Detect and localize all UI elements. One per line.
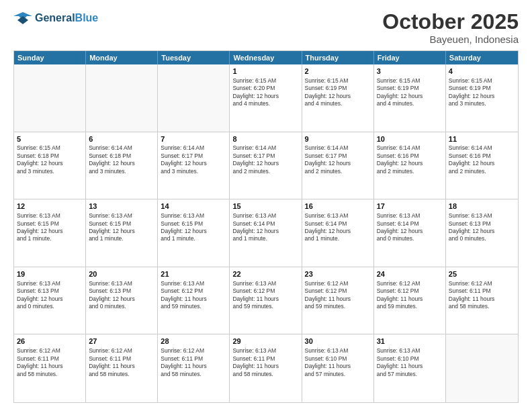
cell-info: Sunrise: 6:15 AM Sunset: 6:19 PM Dayligh… <box>377 77 443 108</box>
day-number: 19 <box>17 269 83 279</box>
calendar-cell <box>446 334 518 402</box>
calendar-cell: 30Sunrise: 6:13 AM Sunset: 6:10 PM Dayli… <box>302 334 374 402</box>
cell-info: Sunrise: 6:13 AM Sunset: 6:13 PM Dayligh… <box>89 280 154 311</box>
calendar-cell: 20Sunrise: 6:13 AM Sunset: 6:13 PM Dayli… <box>86 267 158 334</box>
day-number: 30 <box>305 336 371 347</box>
weekday-header: Wednesday <box>230 51 302 64</box>
calendar-cell: 3Sunrise: 6:15 AM Sunset: 6:19 PM Daylig… <box>374 64 446 132</box>
day-number: 1 <box>232 66 298 77</box>
calendar-header: SundayMondayTuesdayWednesdayThursdayFrid… <box>14 51 518 64</box>
cell-info: Sunrise: 6:13 AM Sunset: 6:13 PM Dayligh… <box>17 280 83 311</box>
day-number: 28 <box>161 336 226 347</box>
calendar-row: 19Sunrise: 6:13 AM Sunset: 6:13 PM Dayli… <box>14 267 518 335</box>
calendar-cell: 13Sunrise: 6:13 AM Sunset: 6:15 PM Dayli… <box>86 199 158 267</box>
day-number: 3 <box>377 66 443 77</box>
header: GeneralBlue October 2025 Bayeuen, Indone… <box>13 11 519 45</box>
page: GeneralBlue October 2025 Bayeuen, Indone… <box>0 0 532 411</box>
calendar-cell: 5Sunrise: 6:15 AM Sunset: 6:18 PM Daylig… <box>14 132 86 199</box>
day-number: 24 <box>377 269 443 279</box>
calendar-cell: 6Sunrise: 6:14 AM Sunset: 6:18 PM Daylig… <box>86 132 158 199</box>
calendar-row: 12Sunrise: 6:13 AM Sunset: 6:15 PM Dayli… <box>14 199 518 267</box>
calendar-cell: 8Sunrise: 6:14 AM Sunset: 6:17 PM Daylig… <box>230 132 302 199</box>
calendar-cell: 31Sunrise: 6:13 AM Sunset: 6:10 PM Dayli… <box>374 334 446 402</box>
calendar-cell: 7Sunrise: 6:14 AM Sunset: 6:17 PM Daylig… <box>158 132 230 199</box>
day-number: 6 <box>89 134 154 144</box>
cell-info: Sunrise: 6:13 AM Sunset: 6:14 PM Dayligh… <box>377 212 443 243</box>
day-number: 4 <box>449 66 515 77</box>
day-number: 2 <box>305 66 371 77</box>
cell-info: Sunrise: 6:15 AM Sunset: 6:19 PM Dayligh… <box>305 77 371 108</box>
cell-info: Sunrise: 6:15 AM Sunset: 6:19 PM Dayligh… <box>449 77 515 108</box>
calendar-body: 1Sunrise: 6:15 AM Sunset: 6:20 PM Daylig… <box>14 64 518 402</box>
cell-info: Sunrise: 6:13 AM Sunset: 6:12 PM Dayligh… <box>232 280 298 311</box>
day-number: 26 <box>17 336 83 347</box>
cell-info: Sunrise: 6:13 AM Sunset: 6:15 PM Dayligh… <box>161 212 226 243</box>
month-title: October 2025 <box>382 11 519 32</box>
day-number: 25 <box>449 269 515 279</box>
weekday-header: Friday <box>374 51 446 64</box>
calendar-cell: 27Sunrise: 6:12 AM Sunset: 6:11 PM Dayli… <box>86 334 158 402</box>
calendar-row: 1Sunrise: 6:15 AM Sunset: 6:20 PM Daylig… <box>14 64 518 132</box>
calendar-cell: 28Sunrise: 6:12 AM Sunset: 6:11 PM Dayli… <box>158 334 230 402</box>
calendar-cell <box>86 64 158 132</box>
calendar-cell: 12Sunrise: 6:13 AM Sunset: 6:15 PM Dayli… <box>14 199 86 267</box>
calendar-cell: 19Sunrise: 6:13 AM Sunset: 6:13 PM Dayli… <box>14 267 86 334</box>
cell-info: Sunrise: 6:12 AM Sunset: 6:12 PM Dayligh… <box>305 280 371 311</box>
calendar: SundayMondayTuesdayWednesdayThursdayFrid… <box>13 50 519 403</box>
cell-info: Sunrise: 6:12 AM Sunset: 6:11 PM Dayligh… <box>17 347 83 378</box>
title-block: October 2025 Bayeuen, Indonesia <box>382 11 519 45</box>
cell-info: Sunrise: 6:13 AM Sunset: 6:14 PM Dayligh… <box>305 212 371 243</box>
calendar-cell: 23Sunrise: 6:12 AM Sunset: 6:12 PM Dayli… <box>302 267 374 334</box>
cell-info: Sunrise: 6:13 AM Sunset: 6:14 PM Dayligh… <box>232 212 298 243</box>
day-number: 29 <box>232 336 298 347</box>
day-number: 5 <box>17 134 83 144</box>
calendar-cell: 17Sunrise: 6:13 AM Sunset: 6:14 PM Dayli… <box>374 199 446 267</box>
calendar-cell: 11Sunrise: 6:14 AM Sunset: 6:16 PM Dayli… <box>446 132 518 199</box>
cell-info: Sunrise: 6:13 AM Sunset: 6:13 PM Dayligh… <box>449 212 515 243</box>
day-number: 9 <box>305 134 371 144</box>
cell-info: Sunrise: 6:13 AM Sunset: 6:11 PM Dayligh… <box>232 347 298 378</box>
calendar-cell: 22Sunrise: 6:13 AM Sunset: 6:12 PM Dayli… <box>230 267 302 334</box>
cell-info: Sunrise: 6:12 AM Sunset: 6:12 PM Dayligh… <box>377 280 443 311</box>
day-number: 18 <box>449 201 515 212</box>
location-title: Bayeuen, Indonesia <box>382 34 519 45</box>
day-number: 14 <box>161 201 226 212</box>
cell-info: Sunrise: 6:13 AM Sunset: 6:12 PM Dayligh… <box>161 280 226 311</box>
day-number: 12 <box>17 201 83 212</box>
cell-info: Sunrise: 6:12 AM Sunset: 6:11 PM Dayligh… <box>449 280 515 311</box>
calendar-cell: 4Sunrise: 6:15 AM Sunset: 6:19 PM Daylig… <box>446 64 518 132</box>
cell-info: Sunrise: 6:14 AM Sunset: 6:17 PM Dayligh… <box>232 144 298 175</box>
cell-info: Sunrise: 6:14 AM Sunset: 6:17 PM Dayligh… <box>161 144 226 175</box>
day-number: 13 <box>89 201 154 212</box>
weekday-header: Thursday <box>302 51 374 64</box>
day-number: 21 <box>161 269 226 279</box>
day-number: 8 <box>232 134 298 144</box>
calendar-cell: 18Sunrise: 6:13 AM Sunset: 6:13 PM Dayli… <box>446 199 518 267</box>
logo: GeneralBlue <box>13 11 98 26</box>
day-number: 15 <box>232 201 298 212</box>
calendar-cell: 9Sunrise: 6:14 AM Sunset: 6:17 PM Daylig… <box>302 132 374 199</box>
cell-info: Sunrise: 6:14 AM Sunset: 6:18 PM Dayligh… <box>89 144 154 175</box>
day-number: 17 <box>377 201 443 212</box>
calendar-cell: 24Sunrise: 6:12 AM Sunset: 6:12 PM Dayli… <box>374 267 446 334</box>
logo-text: GeneralBlue <box>35 12 98 24</box>
day-number: 31 <box>377 336 443 347</box>
cell-info: Sunrise: 6:14 AM Sunset: 6:17 PM Dayligh… <box>305 144 371 175</box>
calendar-cell <box>14 64 86 132</box>
cell-info: Sunrise: 6:14 AM Sunset: 6:16 PM Dayligh… <box>449 144 515 175</box>
calendar-cell: 26Sunrise: 6:12 AM Sunset: 6:11 PM Dayli… <box>14 334 86 402</box>
day-number: 23 <box>305 269 371 279</box>
calendar-cell: 21Sunrise: 6:13 AM Sunset: 6:12 PM Dayli… <box>158 267 230 334</box>
cell-info: Sunrise: 6:15 AM Sunset: 6:18 PM Dayligh… <box>17 144 83 175</box>
day-number: 7 <box>161 134 226 144</box>
weekday-header: Tuesday <box>158 51 230 64</box>
weekday-header: Sunday <box>14 51 86 64</box>
calendar-cell: 14Sunrise: 6:13 AM Sunset: 6:15 PM Dayli… <box>158 199 230 267</box>
calendar-cell: 2Sunrise: 6:15 AM Sunset: 6:19 PM Daylig… <box>302 64 374 132</box>
cell-info: Sunrise: 6:13 AM Sunset: 6:15 PM Dayligh… <box>17 212 83 243</box>
weekday-header: Saturday <box>446 51 518 64</box>
calendar-cell <box>158 64 230 132</box>
cell-info: Sunrise: 6:14 AM Sunset: 6:16 PM Dayligh… <box>377 144 443 175</box>
calendar-row: 5Sunrise: 6:15 AM Sunset: 6:18 PM Daylig… <box>14 132 518 200</box>
calendar-cell: 16Sunrise: 6:13 AM Sunset: 6:14 PM Dayli… <box>302 199 374 267</box>
